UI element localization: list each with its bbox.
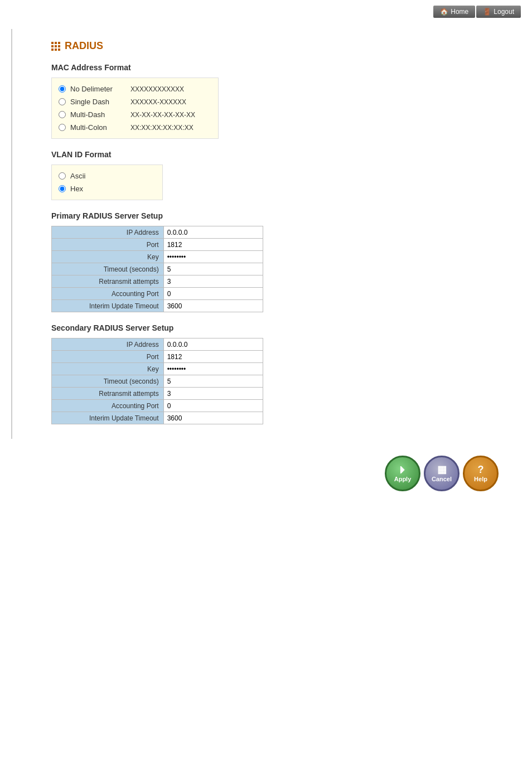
mac-example-no-delimeter: XXXXXXXXXXXX (130, 85, 184, 93)
secondary-port-label: Port (52, 351, 164, 363)
secondary-timeout-input[interactable] (167, 378, 259, 385)
mac-option-no-delimeter: No Delimeter XXXXXXXXXXXX (59, 83, 211, 95)
vlan-label-hex[interactable]: Hex (70, 185, 83, 193)
primary-key-label: Key (52, 251, 164, 263)
secondary-interim-cell (163, 412, 263, 424)
table-row: Interim Update Timeout (52, 412, 263, 424)
svg-rect-4 (55, 45, 57, 47)
secondary-key-input[interactable] (167, 365, 259, 373)
primary-interim-input[interactable] (167, 302, 259, 310)
help-label: Help (474, 476, 487, 482)
primary-accounting-label: Accounting Port (52, 288, 164, 300)
svg-rect-7 (55, 49, 57, 51)
svg-rect-3 (51, 45, 54, 47)
main-content: RADIUS MAC Address Format No Delimeter X… (18, 29, 532, 439)
secondary-key-cell (163, 363, 263, 375)
vlan-format-table: Ascii Hex (51, 165, 163, 200)
vlan-option-ascii: Ascii (59, 170, 156, 182)
primary-ip-input[interactable] (167, 229, 259, 236)
logout-button[interactable]: 🚪 Logout (476, 6, 521, 18)
cancel-label: Cancel (432, 476, 452, 482)
mac-label-multi-dash[interactable]: Multi-Dash (70, 110, 126, 119)
primary-server-section-title: Primary RADIUS Server Setup (51, 211, 499, 220)
primary-timeout-cell (163, 263, 263, 275)
svg-rect-8 (58, 49, 60, 51)
mac-example-single-dash: XXXXXX-XXXXXX (130, 98, 186, 106)
primary-accounting-input[interactable] (167, 290, 259, 298)
vlan-radio-hex[interactable] (59, 185, 66, 192)
table-row: Retransmit attempts (52, 275, 263, 288)
primary-timeout-label: Timeout (seconds) (52, 263, 164, 275)
logout-icon: 🚪 (483, 8, 491, 16)
mac-radio-no-delimeter[interactable] (59, 85, 66, 93)
home-button[interactable]: 🏠 Home (433, 6, 475, 18)
top-bar: 🏠 Home 🚪 Logout (0, 0, 532, 23)
secondary-accounting-input[interactable] (167, 402, 259, 410)
mac-radio-multi-dash[interactable] (59, 111, 66, 118)
apply-icon: ⏵ (398, 465, 408, 475)
primary-key-input[interactable] (167, 253, 259, 261)
table-row: Accounting Port (52, 400, 263, 412)
mac-option-multi-dash: Multi-Dash XX-XX-XX-XX-XX-XX (59, 108, 211, 121)
mac-label-no-delimeter[interactable]: No Delimeter (70, 85, 126, 93)
mac-option-single-dash: Single Dash XXXXXX-XXXXXX (59, 95, 211, 108)
primary-retransmit-input[interactable] (167, 278, 259, 286)
vlan-radio-ascii[interactable] (59, 172, 66, 180)
primary-interim-cell (163, 300, 263, 312)
primary-port-cell (163, 239, 263, 251)
mac-example-multi-dash: XX-XX-XX-XX-XX-XX (130, 111, 195, 119)
page-title-container: RADIUS (51, 40, 499, 52)
svg-rect-5 (58, 45, 60, 47)
apply-label: Apply (394, 476, 412, 482)
secondary-server-section-title: Secondary RADIUS Server Setup (51, 323, 499, 332)
secondary-accounting-label: Accounting Port (52, 400, 164, 412)
primary-retransmit-label: Retransmit attempts (52, 275, 164, 288)
secondary-port-input[interactable] (167, 353, 259, 361)
apply-button[interactable]: ⏵ Apply (385, 456, 420, 491)
mac-radio-multi-colon[interactable] (59, 124, 66, 131)
primary-interim-label: Interim Update Timeout (52, 300, 164, 312)
vlan-option-hex: Hex (59, 182, 156, 195)
vlan-section-title: VLAN ID Format (51, 150, 499, 159)
table-row: IP Address (52, 338, 263, 351)
table-row: IP Address (52, 226, 263, 239)
primary-port-label: Port (52, 239, 164, 251)
secondary-timeout-label: Timeout (seconds) (52, 375, 164, 388)
secondary-ip-input[interactable] (167, 341, 259, 349)
table-row: Port (52, 351, 263, 363)
mac-label-multi-colon[interactable]: Multi-Colon (70, 123, 126, 132)
svg-rect-2 (58, 42, 60, 44)
help-icon: ? (478, 465, 484, 475)
mac-label-single-dash[interactable]: Single Dash (70, 98, 126, 106)
page-title: RADIUS (65, 40, 103, 52)
table-row: Accounting Port (52, 288, 263, 300)
secondary-interim-input[interactable] (167, 414, 259, 422)
svg-rect-1 (55, 42, 57, 44)
svg-rect-0 (51, 42, 54, 44)
bottom-buttons: ⏵ Apply ▦ Cancel ? Help (0, 439, 532, 508)
primary-ip-label: IP Address (52, 226, 164, 239)
cancel-button[interactable]: ▦ Cancel (424, 456, 460, 491)
secondary-key-label: Key (52, 363, 164, 375)
secondary-retransmit-input[interactable] (167, 390, 259, 398)
help-button[interactable]: ? Help (463, 456, 499, 491)
primary-server-table: IP Address Port Key Timeout (seconds) Re… (51, 226, 263, 312)
primary-timeout-input[interactable] (167, 265, 259, 273)
primary-port-input[interactable] (167, 241, 259, 249)
mac-address-section-title: MAC Address Format (51, 63, 499, 72)
table-row: Timeout (seconds) (52, 375, 263, 388)
mac-example-multi-colon: XX:XX:XX:XX:XX:XX (130, 124, 194, 132)
primary-accounting-cell (163, 288, 263, 300)
mac-radio-single-dash[interactable] (59, 98, 66, 105)
vlan-label-ascii[interactable]: Ascii (70, 172, 85, 180)
table-row: Interim Update Timeout (52, 300, 263, 312)
mac-option-multi-colon: Multi-Colon XX:XX:XX:XX:XX:XX (59, 121, 211, 134)
secondary-ip-cell (163, 338, 263, 351)
grid-icon (51, 42, 60, 51)
secondary-interim-label: Interim Update Timeout (52, 412, 164, 424)
secondary-retransmit-label: Retransmit attempts (52, 388, 164, 400)
logout-label: Logout (494, 8, 514, 16)
table-row: Key (52, 251, 263, 263)
secondary-accounting-cell (163, 400, 263, 412)
primary-retransmit-cell (163, 275, 263, 288)
